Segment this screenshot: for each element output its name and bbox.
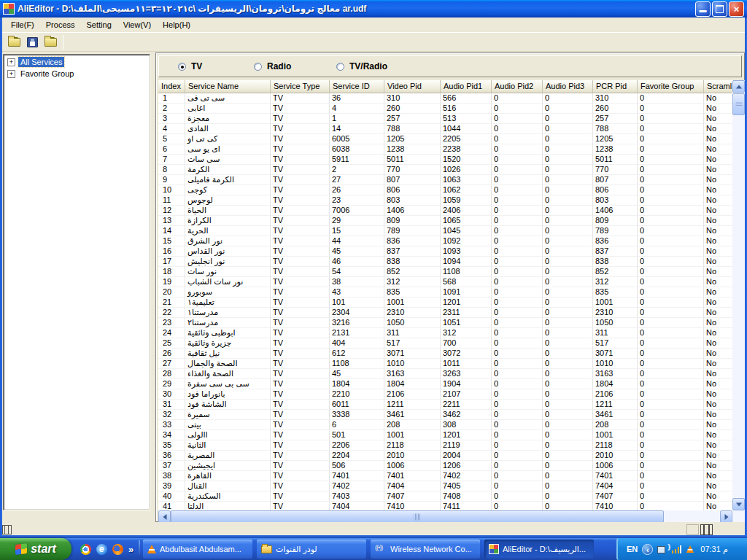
expand-plus-icon[interactable]: + xyxy=(7,70,15,78)
table-row[interactable]: 33بيتىTV6208308002080No xyxy=(158,420,732,430)
task-button-folder[interactable]: لودر القنوات xyxy=(257,540,366,559)
toolbar-button-open-folder[interactable] xyxy=(42,34,59,50)
internet-explorer-icon[interactable] xyxy=(96,544,107,555)
tree-item-favorite-group[interactable]: +Favorite Group xyxy=(4,68,150,79)
table-row[interactable]: 10كوجىTV268061062008060No xyxy=(158,185,732,195)
table-row[interactable]: 41الدلتاTV7404741074110074100No xyxy=(158,502,732,510)
table-row[interactable]: 23مدرستنا٢TV3216105010510010500No xyxy=(158,318,732,328)
column-header-audio-pid2[interactable]: Audio Pid2 xyxy=(492,80,543,93)
clock[interactable]: 07:31 م xyxy=(700,545,727,554)
horizontal-scrollbar[interactable] xyxy=(158,510,732,523)
column-header-service-type[interactable]: Service Type xyxy=(271,80,330,93)
column-header-index[interactable]: Index xyxy=(158,80,185,93)
scroll-down-button[interactable] xyxy=(732,498,745,510)
column-header-audio-pid3[interactable]: Audio Pid3 xyxy=(543,80,593,93)
task-button-alieditor[interactable]: AliEditor - D:\⁦الريسيف⁩... xyxy=(484,540,594,559)
column-header-service-name[interactable]: Service Name xyxy=(185,80,271,93)
menu-item-view-v[interactable]: View(V) xyxy=(117,18,157,31)
menu-item-setting[interactable]: Setting xyxy=(81,18,117,31)
resize-grip-icon[interactable] xyxy=(700,524,713,535)
table-row[interactable]: 40السكندريةTV7403740774080074070No xyxy=(158,491,732,502)
menu-item-help-h[interactable]: Help(H) xyxy=(157,18,196,31)
table-cell: الثانية xyxy=(185,440,271,451)
table-row[interactable]: 6اى يو سىTV6038123822380012380No xyxy=(158,144,732,155)
signal-strength-icon[interactable] xyxy=(672,545,681,553)
restore-button[interactable] xyxy=(712,1,727,17)
table-row[interactable]: 31الشاشة فودTV6011121122110012110No xyxy=(158,400,732,410)
table-row[interactable]: 19نور سات الشبابTV38312568003120No xyxy=(158,277,732,287)
table-row[interactable]: 4الفادىTV147881044007880No xyxy=(158,124,732,134)
table-row[interactable]: 25جزيرة وثائقيةTV404517700005170No xyxy=(158,338,732,349)
table-row[interactable]: 36المصريةTV2204201020040020100No xyxy=(158,451,732,461)
vlc-tray-icon[interactable] xyxy=(686,545,694,553)
table-row[interactable]: 13الكرازةTV298091065008090No xyxy=(158,216,732,226)
radio-radio[interactable]: Radio xyxy=(254,61,291,72)
table-cell: 0 xyxy=(543,257,593,267)
column-header-favorite-group[interactable]: Favorite Group xyxy=(638,80,704,93)
table-cell: 8 xyxy=(158,165,185,175)
hide-icons-chevron[interactable]: ‹ xyxy=(642,544,653,555)
vertical-scrollbar[interactable] xyxy=(732,80,745,510)
table-row[interactable]: 15نور الشرقTV448361092008360No xyxy=(158,236,732,246)
radio-tv[interactable]: TV xyxy=(178,61,202,72)
horizontal-scroll-thumb[interactable] xyxy=(171,510,664,523)
close-button[interactable]: × xyxy=(729,1,744,17)
table-row[interactable]: 32سميرةTV3338346134620034610No xyxy=(158,410,732,420)
minimize-button[interactable]: ▬ xyxy=(695,1,711,17)
toolbar-button-open-file[interactable] xyxy=(6,34,23,50)
table-row[interactable]: 28الصحة والغذاءTV45316332630031630No xyxy=(158,369,732,379)
table-row[interactable]: 29سى بى سى سفرةTV1804180419040018040No xyxy=(158,379,732,389)
scroll-up-button[interactable] xyxy=(732,80,745,93)
table-row[interactable]: 20سوبوروTV438351091008350No xyxy=(158,287,732,298)
menu-item-process[interactable]: Process xyxy=(40,18,81,31)
chrome-icon[interactable] xyxy=(80,544,91,555)
column-header-scraml[interactable]: Scraml xyxy=(704,80,732,93)
column-header-pcr-pid[interactable]: PCR Pid xyxy=(593,80,638,93)
table-cell: TV xyxy=(271,267,330,277)
table-row[interactable]: 2اغابىTV4260516002600No xyxy=(158,104,732,114)
scroll-right-button[interactable] xyxy=(720,510,732,523)
toolbar-button-save-file[interactable] xyxy=(24,34,41,50)
language-indicator[interactable]: EN xyxy=(627,545,638,553)
tree-item-all-services[interactable]: +All Services xyxy=(4,56,150,68)
table-row[interactable]: 24ابوظبى وثائقيةTV2131311312003110No xyxy=(158,328,732,338)
table-row[interactable]: 8الكرمةTV27701026007700No xyxy=(158,165,732,175)
table-row[interactable]: 21تعليمية١TV101100112010010010No xyxy=(158,298,732,308)
table-row[interactable]: 3معجزةTV1257513002570No xyxy=(158,114,732,124)
table-row[interactable]: 5كى تى اوTV6005120522050012050No xyxy=(158,134,732,144)
table-row[interactable]: 7سى ساتTV5911501115200050110No xyxy=(158,155,732,165)
radio-tv-radio[interactable]: TV/Radio xyxy=(336,61,387,72)
table-row[interactable]: 1سى تى فىTV36310566003100No xyxy=(158,93,732,104)
table-row[interactable]: 11لوجوسTV238031059008030No xyxy=(158,195,732,206)
table-row[interactable]: 22مدرستنا١TV2304231023110023100No xyxy=(158,308,732,318)
menu-item-file-f[interactable]: File(F) xyxy=(5,18,40,31)
table-cell: 1045 xyxy=(441,226,492,236)
table-row[interactable]: 34االولىTV501100112010010010No xyxy=(158,430,732,440)
firefox-icon[interactable] xyxy=(112,544,123,555)
table-row[interactable]: 17نور انجليشTV468381094008380No xyxy=(158,257,732,267)
table-row[interactable]: 39القنالTV7402740474050074040No xyxy=(158,481,732,491)
network-tray-icon[interactable] xyxy=(657,545,667,553)
table-row[interactable]: 26نيل ثقافيةTV612307130720030710No xyxy=(158,349,732,359)
table-cell: 0 xyxy=(638,318,704,328)
column-header-service-id[interactable]: Service ID xyxy=(330,80,384,93)
column-header-video-pid[interactable]: Video Pid xyxy=(384,80,441,93)
expand-plus-icon[interactable]: + xyxy=(7,58,15,66)
table-row[interactable]: 14الحريةTV157891045007890No xyxy=(158,226,732,236)
task-button-wireless[interactable]: Wireless Network Co... xyxy=(371,540,480,559)
quick-launch-overflow-chevron[interactable]: » xyxy=(128,544,133,555)
task-button-vlc[interactable]: Abdulbasit Abdulsam... xyxy=(143,540,252,559)
table-row[interactable]: 30بانوراما فودTV2210210621070021060No xyxy=(158,389,732,400)
table-row[interactable]: 12الحياةTV7006140624060014060No xyxy=(158,206,732,216)
table-row[interactable]: 27الصحة والجمالTV1108101010110010100No xyxy=(158,359,732,369)
table-row[interactable]: 16نور القداسTV458371093008370No xyxy=(158,246,732,257)
scroll-left-button[interactable] xyxy=(158,510,171,523)
table-row[interactable]: 35الثانيةTV2206211821190021180No xyxy=(158,440,732,451)
start-button[interactable]: start xyxy=(0,538,71,560)
column-header-audio-pid1[interactable]: Audio Pid1 xyxy=(441,80,492,93)
table-row[interactable]: 38القاهرةTV7401740174020074010No xyxy=(158,471,732,481)
table-row[interactable]: 18نور ساتTV548521108008520No xyxy=(158,267,732,277)
vertical-scroll-thumb[interactable] xyxy=(732,93,745,115)
table-row[interactable]: 9الكرمة فاميلىTV278071063008070No xyxy=(158,175,732,185)
table-row[interactable]: 37ايجيشينTV506100612060010060No xyxy=(158,461,732,471)
